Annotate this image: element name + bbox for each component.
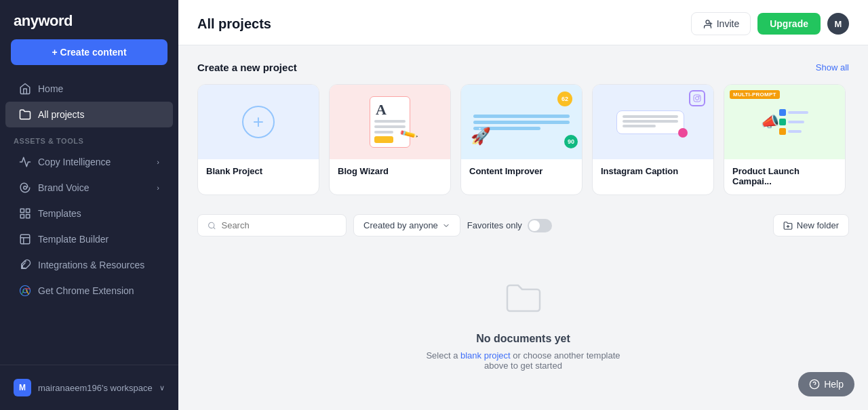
help-button[interactable]: Help — [798, 372, 854, 396]
favorites-toggle[interactable] — [528, 219, 552, 232]
new-project-title: Create a new project — [197, 62, 297, 73]
product-launch-label: Product Launch Campai... — [724, 159, 845, 194]
empty-subtitle: Select a blank project or choose another… — [415, 350, 632, 371]
sidebar-item-label: Copy Intelligence — [38, 157, 111, 167]
svg-rect-1 — [20, 209, 24, 212]
search-box[interactable] — [197, 214, 347, 237]
sidebar-item-home[interactable]: Home — [5, 76, 173, 102]
svg-point-11 — [706, 20, 709, 23]
svg-rect-4 — [26, 215, 30, 218]
puzzle-icon — [19, 259, 31, 271]
new-folder-label: New folder — [797, 220, 839, 230]
chart-bar-icon — [19, 156, 31, 168]
folder-nav-icon — [19, 108, 31, 121]
sidebar-bottom: M mairanaeem196's workspace ∨ — [0, 365, 178, 410]
assets-tools-label: ASSETS & TOOLS — [0, 127, 178, 149]
new-folder-button[interactable]: New folder — [773, 214, 849, 237]
rocket-icon: 🚀 — [471, 127, 491, 146]
megaphone-icon: 📣 — [761, 113, 779, 131]
score-badge-90: 90 — [564, 135, 578, 148]
empty-title: No documents yet — [476, 333, 570, 345]
svg-rect-2 — [26, 209, 30, 212]
template-builder-icon — [19, 233, 31, 245]
blank-project-link[interactable]: blank project — [460, 350, 511, 361]
sidebar-item-label: Brand Voice — [38, 182, 90, 193]
project-cards-list: + Blank Project A — [197, 84, 849, 195]
sidebar-item-integrations[interactable]: Integrations & Resources — [5, 252, 173, 278]
main-content: All projects Invite Upgrade M Create a n… — [178, 0, 868, 410]
instagram-illustration: ♥ — [593, 85, 713, 159]
user-avatar[interactable]: M — [827, 13, 849, 35]
sidebar-item-chrome-extension[interactable]: Get Chrome Extension — [5, 278, 173, 304]
product-launch-card[interactable]: MULTI-PROMPT 📣 — [724, 84, 846, 195]
favorites-label: Favorites only — [467, 220, 522, 230]
chevron-down-icon — [442, 222, 450, 230]
blank-project-card[interactable]: + Blank Project — [197, 84, 319, 195]
favorites-row: Favorites only — [467, 219, 552, 232]
product-card-thumb: MULTI-PROMPT 📣 — [724, 85, 845, 159]
content-card-thumb: 62 90 🚀 — [461, 85, 582, 159]
instagram-logo-icon — [689, 90, 705, 106]
plus-icon: + — [242, 106, 275, 138]
sidebar-item-templates[interactable]: Templates — [5, 201, 173, 226]
help-circle-icon — [809, 379, 820, 390]
filter-label: Created by anyone — [363, 220, 438, 230]
create-content-button[interactable]: + Create content — [11, 39, 167, 65]
help-label: Help — [824, 379, 844, 390]
sidebar-item-label: Get Chrome Extension — [38, 285, 134, 296]
blog-doc: A ✏️ — [370, 96, 410, 148]
chevron-right-icon: › — [157, 184, 159, 192]
sidebar-item-brand-voice[interactable]: Brand Voice › — [5, 175, 173, 201]
empty-folder-icon — [502, 277, 545, 323]
content-improver-card[interactable]: 62 90 🚀 Content Improver — [460, 84, 583, 195]
brand-voice-icon — [19, 182, 31, 194]
svg-point-6 — [20, 286, 31, 296]
instagram-caption-card[interactable]: ♥ Instagram Caption — [592, 84, 714, 195]
main-header: All projects Invite Upgrade M — [178, 0, 868, 45]
svg-point-0 — [24, 186, 27, 190]
instagram-card-thumb: ♥ — [593, 85, 713, 159]
workspace-chevron-icon: ∨ — [159, 384, 165, 392]
header-actions: Invite Upgrade M — [691, 12, 849, 35]
blog-wizard-label: Blog Wizard — [330, 159, 450, 184]
home-icon — [19, 83, 31, 95]
blog-wizard-card[interactable]: A ✏️ Blog Wizard — [329, 84, 451, 195]
upgrade-button[interactable]: Upgrade — [757, 13, 821, 35]
created-by-filter[interactable]: Created by anyone — [353, 214, 460, 237]
svg-rect-5 — [20, 234, 30, 244]
workspace-avatar: M — [14, 379, 31, 396]
invite-button[interactable]: Invite — [691, 12, 751, 35]
search-icon — [208, 221, 216, 230]
blog-card-illustration: A ✏️ — [330, 85, 450, 159]
svg-point-15 — [696, 97, 699, 100]
sidebar-item-all-projects[interactable]: All projects — [5, 102, 173, 127]
empty-state: No documents yet Select a blank project … — [197, 250, 849, 398]
blog-card-thumb: A ✏️ — [330, 85, 450, 159]
search-input[interactable] — [221, 220, 336, 230]
sidebar-item-label: Integrations & Resources — [38, 260, 144, 270]
blank-card-thumb: + — [198, 85, 319, 159]
ig-chat-bubble: ♥ — [616, 110, 684, 134]
show-all-link[interactable]: Show all — [816, 62, 849, 73]
sidebar: anyword + Create content Home All projec… — [0, 0, 178, 410]
product-icons — [779, 109, 808, 135]
workspace-row[interactable]: M mairanaeem196's workspace ∨ — [0, 372, 178, 403]
instagram-caption-label: Instagram Caption — [593, 159, 713, 184]
workspace-name: mairanaeem196's workspace — [38, 383, 153, 393]
sidebar-item-label: Templates — [38, 208, 81, 219]
app-logo: anyword — [0, 0, 178, 39]
ig-heart-circle: ♥ — [678, 128, 688, 138]
page-title: All projects — [197, 16, 271, 32]
sidebar-item-template-builder[interactable]: Template Builder — [5, 226, 173, 252]
sidebar-item-copy-intelligence[interactable]: Copy Intelligence › — [5, 149, 173, 175]
score-badge-62: 62 — [557, 91, 572, 106]
content-improver-label: Content Improver — [461, 159, 582, 184]
product-illustration: MULTI-PROMPT 📣 — [724, 85, 845, 159]
svg-rect-3 — [20, 215, 24, 218]
blank-project-label: Blank Project — [198, 159, 319, 184]
svg-line-18 — [214, 227, 215, 228]
svg-rect-14 — [694, 95, 701, 102]
sidebar-item-label: Home — [38, 83, 63, 94]
new-project-section-header: Create a new project Show all — [197, 62, 849, 73]
multi-prompt-badge: MULTI-PROMPT — [730, 90, 780, 99]
